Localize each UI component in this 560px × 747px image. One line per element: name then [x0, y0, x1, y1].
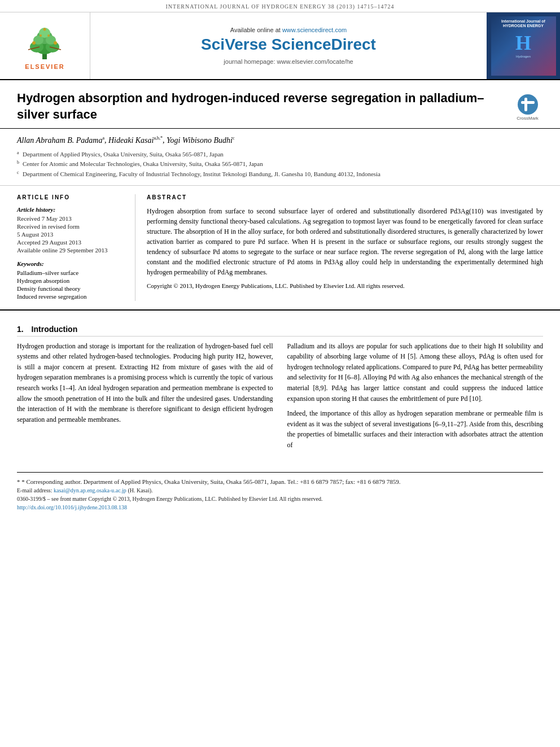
introduction-left-col: Hydrogen production and storage is impor… [17, 341, 273, 455]
sciverse-area: Available online at www.sciencedirect.co… [90, 12, 487, 79]
intro-right-paragraph-2: Indeed, the importance of this alloy as … [287, 408, 544, 450]
svg-point-11 [47, 34, 50, 37]
affiliations: a Department of Applied Physics, Osaka U… [17, 150, 543, 180]
keywords-label: Keywords: [17, 260, 126, 267]
direct-part: ScienceDirect [272, 36, 376, 53]
star-symbol: * [17, 478, 21, 485]
elsevier-tree-icon [23, 21, 68, 61]
intro-left-paragraph: Hydrogen production and storage is impor… [17, 341, 273, 425]
keyword-2: Hydrogen absorption [17, 277, 126, 284]
main-content: 1. Introduction Hydrogen production and … [0, 311, 560, 464]
footnote-section: * * Corresponding author. Department of … [17, 472, 543, 512]
introduction-section: 1. Introduction Hydrogen production and … [17, 325, 543, 455]
journal-homepage: journal homepage: www.elsevier.com/locat… [224, 58, 353, 65]
email-note: E-mail address: kasai@dyn.ap.eng.osaka-u… [17, 486, 543, 495]
available-online-entry: Available online 29 September 2013 [17, 247, 126, 254]
svg-point-15 [518, 94, 538, 115]
star-note: * * Corresponding author. Department of … [17, 477, 543, 487]
sciverse-title: SciVerse ScienceDirect [201, 36, 376, 54]
svg-point-10 [40, 34, 42, 37]
journal-cover-box: International Journal of HYDROGEN ENERGY… [491, 16, 556, 76]
abstract-heading: Abstract [147, 194, 543, 200]
svg-rect-17 [521, 101, 535, 104]
cover-title: International Journal of HYDROGEN ENERGY [494, 19, 553, 29]
introduction-right-col: Palladium and its alloys are popular for… [287, 341, 544, 455]
crossmark-label: CrossMark [517, 116, 539, 121]
author-1: Allan Abraham B. Padama [17, 136, 102, 145]
author-3: Yogi Wibisono Budhi [167, 136, 233, 145]
cover-h-symbol: H [515, 31, 531, 55]
svg-point-8 [32, 41, 36, 45]
abstract-col: Abstract Hydrogen absorption from surfac… [147, 194, 543, 301]
section-number: 1. [17, 325, 24, 334]
keyword-3: Density functional theory [17, 285, 126, 292]
top-banner: ELSEVIER Available online at www.science… [0, 12, 560, 80]
keyword-4: Induced reverse segregation [17, 293, 126, 300]
article-history-label: Article history: [17, 206, 126, 213]
intro-right-paragraph-1: Palladium and its alloys are popular for… [287, 341, 544, 404]
paper-title-section: Hydrogen absorption and hydrogen-induced… [0, 80, 560, 129]
paper-title: Hydrogen absorption and hydrogen-induced… [17, 90, 506, 123]
article-info-col: Article Info Article history: Received 7… [17, 194, 135, 301]
affiliation-b: b Center for Atomic and Molecular Techno… [17, 159, 543, 169]
svg-point-9 [54, 41, 57, 45]
keyword-1: Palladium–silver surface [17, 269, 126, 276]
issn-note: 0360-3199/$ – see front matter Copyright… [17, 495, 543, 503]
doi-line: http://dx.doi.org/10.1016/j.ijhydene.201… [17, 503, 543, 512]
sciencedirect-url[interactable]: www.sciencedirect.com [282, 27, 347, 33]
article-abstract-section: Article Info Article history: Received 7… [0, 186, 560, 311]
abstract-paragraph: Hydrogen absorption from surface to seco… [147, 206, 543, 277]
email-link[interactable]: kasai@dyn.ap.eng.osaka-u.ac.jp [54, 487, 126, 493]
authors-section: Allan Abraham B. Padamaa, Hideaki Kasaia… [0, 129, 560, 185]
journal-cover-area: International Journal of HYDROGEN ENERGY… [487, 12, 560, 79]
crossmark-icon [517, 93, 539, 116]
elsevier-label: ELSEVIER [25, 63, 64, 70]
svg-point-12 [43, 28, 46, 31]
author-2: Hideaki Kasai [108, 136, 154, 145]
doi-link[interactable]: http://dx.doi.org/10.1016/j.ijhydene.201… [17, 504, 127, 510]
intro-left-text: Hydrogen production and storage is impor… [17, 341, 273, 425]
sci-part: SciVerse [201, 36, 272, 53]
corresponding-author-note: * Corresponding author. Department of Ap… [21, 478, 400, 485]
affiliation-a: a Department of Applied Physics, Osaka U… [17, 150, 543, 160]
introduction-heading: 1. Introduction [17, 325, 543, 337]
accepted-entry: Accepted 29 August 2013 [17, 239, 126, 246]
received-revised-label: Received in revised form [17, 223, 126, 230]
revised-date: 5 August 2013 [17, 231, 126, 238]
abstract-text: Hydrogen absorption from surface to seco… [147, 206, 543, 277]
copyright-text: Copyright © 2013, Hydrogen Energy Public… [147, 282, 543, 290]
introduction-columns: Hydrogen production and storage is impor… [17, 341, 543, 455]
received-entry: Received 7 May 2013 [17, 215, 126, 222]
available-online-text: Available online at www.sciencedirect.co… [230, 27, 347, 33]
elsevier-logo-area: ELSEVIER [0, 12, 90, 79]
cover-label: Hydrogen [516, 55, 531, 58]
introduction-title: Introduction [32, 325, 78, 334]
journal-header-text: International Journal of Hydrogen Energy… [165, 3, 394, 10]
article-info-heading: Article Info [17, 194, 126, 200]
svg-rect-16 [524, 98, 527, 111]
affiliation-c: c Department of Chemical Engineering, Fa… [17, 169, 543, 180]
journal-header: International Journal of Hydrogen Energy… [0, 0, 560, 12]
authors-line: Allan Abraham B. Padamaa, Hideaki Kasaia… [17, 136, 543, 145]
intro-right-text: Palladium and its alloys are popular for… [287, 341, 544, 451]
crossmark-area: CrossMark [512, 93, 543, 121]
